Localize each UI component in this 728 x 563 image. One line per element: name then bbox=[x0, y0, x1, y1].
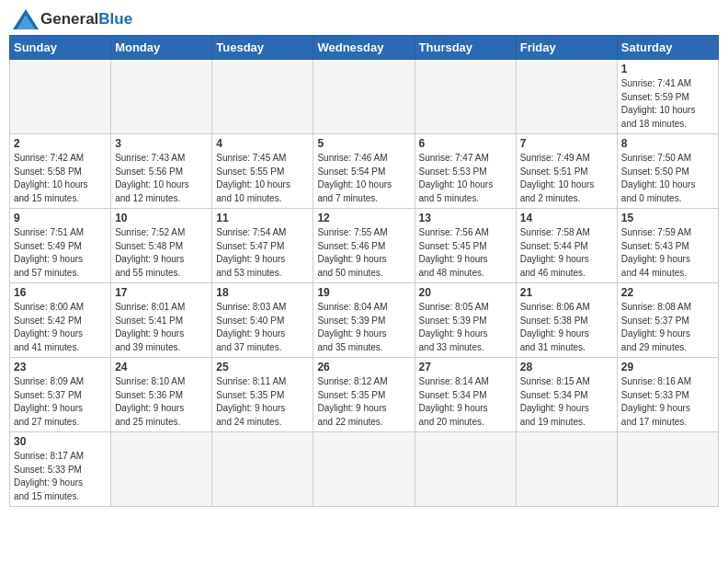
day-info: Sunrise: 8:05 AM Sunset: 5:39 PM Dayligh… bbox=[419, 301, 512, 354]
weekday-header-saturday: Saturday bbox=[617, 36, 718, 60]
day-number: 19 bbox=[317, 286, 410, 299]
day-info: Sunrise: 7:50 AM Sunset: 5:50 PM Dayligh… bbox=[621, 152, 714, 205]
calendar-table: SundayMondayTuesdayWednesdayThursdayFrid… bbox=[9, 35, 719, 507]
day-number: 8 bbox=[621, 137, 714, 150]
day-info: Sunrise: 8:16 AM Sunset: 5:33 PM Dayligh… bbox=[621, 375, 714, 429]
weekday-header-sunday: Sunday bbox=[10, 36, 111, 60]
day-info: Sunrise: 8:14 AM Sunset: 5:34 PM Dayligh… bbox=[419, 375, 512, 429]
day-info: Sunrise: 7:45 AM Sunset: 5:55 PM Dayligh… bbox=[216, 152, 309, 205]
calendar-day-cell: 23Sunrise: 8:09 AM Sunset: 5:37 PM Dayli… bbox=[10, 358, 111, 432]
calendar-day-cell bbox=[415, 60, 516, 134]
calendar-day-cell: 11Sunrise: 7:54 AM Sunset: 5:47 PM Dayli… bbox=[212, 209, 313, 283]
calendar-week-row: 1Sunrise: 7:41 AM Sunset: 5:59 PM Daylig… bbox=[10, 60, 719, 134]
day-info: Sunrise: 7:46 AM Sunset: 5:54 PM Dayligh… bbox=[317, 152, 410, 205]
calendar-day-cell: 25Sunrise: 8:11 AM Sunset: 5:35 PM Dayli… bbox=[212, 358, 313, 432]
day-info: Sunrise: 8:10 AM Sunset: 5:36 PM Dayligh… bbox=[115, 375, 208, 429]
day-info: Sunrise: 7:51 AM Sunset: 5:49 PM Dayligh… bbox=[14, 226, 107, 280]
logo: GeneralBlue bbox=[13, 9, 132, 29]
day-number: 5 bbox=[317, 137, 410, 150]
calendar-week-row: 30Sunrise: 8:17 AM Sunset: 5:33 PM Dayli… bbox=[10, 432, 719, 507]
calendar-day-cell bbox=[212, 432, 313, 507]
calendar-day-cell: 4Sunrise: 7:45 AM Sunset: 5:55 PM Daylig… bbox=[212, 134, 313, 209]
calendar-day-cell: 18Sunrise: 8:03 AM Sunset: 5:40 PM Dayli… bbox=[212, 283, 313, 358]
day-number: 15 bbox=[621, 212, 714, 224]
calendar-day-cell: 3Sunrise: 7:43 AM Sunset: 5:56 PM Daylig… bbox=[111, 134, 212, 209]
day-info: Sunrise: 7:43 AM Sunset: 5:56 PM Dayligh… bbox=[115, 152, 208, 205]
calendar-day-cell: 21Sunrise: 8:06 AM Sunset: 5:38 PM Dayli… bbox=[516, 283, 617, 358]
day-info: Sunrise: 7:56 AM Sunset: 5:45 PM Dayligh… bbox=[419, 226, 512, 280]
calendar-day-cell bbox=[516, 60, 617, 134]
day-info: Sunrise: 7:41 AM Sunset: 5:59 PM Dayligh… bbox=[621, 77, 714, 131]
calendar-day-cell: 1Sunrise: 7:41 AM Sunset: 5:59 PM Daylig… bbox=[617, 60, 718, 134]
day-info: Sunrise: 8:11 AM Sunset: 5:35 PM Dayligh… bbox=[216, 375, 309, 429]
day-info: Sunrise: 8:12 AM Sunset: 5:35 PM Dayligh… bbox=[317, 375, 410, 429]
day-info: Sunrise: 7:52 AM Sunset: 5:48 PM Dayligh… bbox=[115, 226, 208, 280]
day-number: 18 bbox=[216, 286, 309, 299]
calendar-day-cell bbox=[415, 432, 516, 507]
calendar-day-cell: 20Sunrise: 8:05 AM Sunset: 5:39 PM Dayli… bbox=[415, 283, 516, 358]
day-info: Sunrise: 8:01 AM Sunset: 5:41 PM Dayligh… bbox=[115, 301, 208, 354]
day-info: Sunrise: 8:06 AM Sunset: 5:38 PM Dayligh… bbox=[520, 301, 613, 354]
day-number: 25 bbox=[216, 361, 309, 373]
day-number: 1 bbox=[621, 63, 714, 75]
calendar-day-cell bbox=[313, 60, 415, 134]
day-number: 13 bbox=[419, 212, 512, 224]
calendar-day-cell: 28Sunrise: 8:15 AM Sunset: 5:34 PM Dayli… bbox=[516, 358, 617, 432]
day-number: 24 bbox=[115, 361, 208, 373]
calendar-day-cell: 17Sunrise: 8:01 AM Sunset: 5:41 PM Dayli… bbox=[111, 283, 212, 358]
day-info: Sunrise: 7:55 AM Sunset: 5:46 PM Dayligh… bbox=[317, 226, 410, 280]
day-info: Sunrise: 7:58 AM Sunset: 5:44 PM Dayligh… bbox=[520, 226, 613, 280]
calendar-day-cell: 12Sunrise: 7:55 AM Sunset: 5:46 PM Dayli… bbox=[313, 209, 415, 283]
calendar-day-cell bbox=[313, 432, 415, 507]
calendar-day-cell: 26Sunrise: 8:12 AM Sunset: 5:35 PM Dayli… bbox=[313, 358, 415, 432]
calendar-day-cell: 16Sunrise: 8:00 AM Sunset: 5:42 PM Dayli… bbox=[10, 283, 111, 358]
weekday-header-tuesday: Tuesday bbox=[212, 36, 313, 60]
day-number: 10 bbox=[115, 212, 208, 224]
day-info: Sunrise: 8:03 AM Sunset: 5:40 PM Dayligh… bbox=[216, 301, 309, 354]
day-info: Sunrise: 8:08 AM Sunset: 5:37 PM Dayligh… bbox=[621, 301, 714, 354]
calendar-week-row: 2Sunrise: 7:42 AM Sunset: 5:58 PM Daylig… bbox=[10, 134, 719, 209]
day-number: 14 bbox=[520, 212, 613, 224]
logo-icon bbox=[13, 9, 39, 29]
day-number: 4 bbox=[216, 137, 309, 150]
day-number: 22 bbox=[621, 286, 714, 299]
calendar-day-cell: 2Sunrise: 7:42 AM Sunset: 5:58 PM Daylig… bbox=[10, 134, 111, 209]
day-number: 20 bbox=[419, 286, 512, 299]
calendar-day-cell: 9Sunrise: 7:51 AM Sunset: 5:49 PM Daylig… bbox=[10, 209, 111, 283]
weekday-header-wednesday: Wednesday bbox=[313, 36, 415, 60]
day-info: Sunrise: 7:59 AM Sunset: 5:43 PM Dayligh… bbox=[621, 226, 714, 280]
weekday-header-thursday: Thursday bbox=[415, 36, 516, 60]
calendar-week-row: 9Sunrise: 7:51 AM Sunset: 5:49 PM Daylig… bbox=[10, 209, 719, 283]
calendar-day-cell bbox=[10, 60, 111, 134]
day-number: 28 bbox=[520, 361, 613, 373]
day-number: 30 bbox=[14, 435, 107, 448]
day-number: 23 bbox=[14, 361, 107, 373]
logo-text: GeneralBlue bbox=[40, 10, 132, 29]
day-number: 7 bbox=[520, 137, 613, 150]
day-number: 21 bbox=[520, 286, 613, 299]
day-info: Sunrise: 8:15 AM Sunset: 5:34 PM Dayligh… bbox=[520, 375, 613, 429]
calendar-day-cell bbox=[111, 60, 212, 134]
day-info: Sunrise: 8:04 AM Sunset: 5:39 PM Dayligh… bbox=[317, 301, 410, 354]
calendar-day-cell bbox=[617, 432, 718, 507]
day-info: Sunrise: 7:49 AM Sunset: 5:51 PM Dayligh… bbox=[520, 152, 613, 205]
calendar-day-cell: 29Sunrise: 8:16 AM Sunset: 5:33 PM Dayli… bbox=[617, 358, 718, 432]
day-number: 29 bbox=[621, 361, 714, 373]
calendar-day-cell: 22Sunrise: 8:08 AM Sunset: 5:37 PM Dayli… bbox=[617, 283, 718, 358]
day-number: 17 bbox=[115, 286, 208, 299]
day-info: Sunrise: 8:00 AM Sunset: 5:42 PM Dayligh… bbox=[14, 301, 107, 354]
calendar-day-cell bbox=[516, 432, 617, 507]
day-info: Sunrise: 7:42 AM Sunset: 5:58 PM Dayligh… bbox=[14, 152, 107, 205]
calendar-day-cell: 13Sunrise: 7:56 AM Sunset: 5:45 PM Dayli… bbox=[415, 209, 516, 283]
day-number: 2 bbox=[14, 137, 107, 150]
calendar-day-cell bbox=[111, 432, 212, 507]
day-info: Sunrise: 7:54 AM Sunset: 5:47 PM Dayligh… bbox=[216, 226, 309, 280]
page-header: GeneralBlue bbox=[9, 9, 719, 29]
calendar-day-cell: 10Sunrise: 7:52 AM Sunset: 5:48 PM Dayli… bbox=[111, 209, 212, 283]
day-number: 12 bbox=[317, 212, 410, 224]
day-number: 6 bbox=[419, 137, 512, 150]
day-info: Sunrise: 7:47 AM Sunset: 5:53 PM Dayligh… bbox=[419, 152, 512, 205]
calendar-week-row: 16Sunrise: 8:00 AM Sunset: 5:42 PM Dayli… bbox=[10, 283, 719, 358]
calendar-day-cell: 5Sunrise: 7:46 AM Sunset: 5:54 PM Daylig… bbox=[313, 134, 415, 209]
day-info: Sunrise: 8:09 AM Sunset: 5:37 PM Dayligh… bbox=[14, 375, 107, 429]
